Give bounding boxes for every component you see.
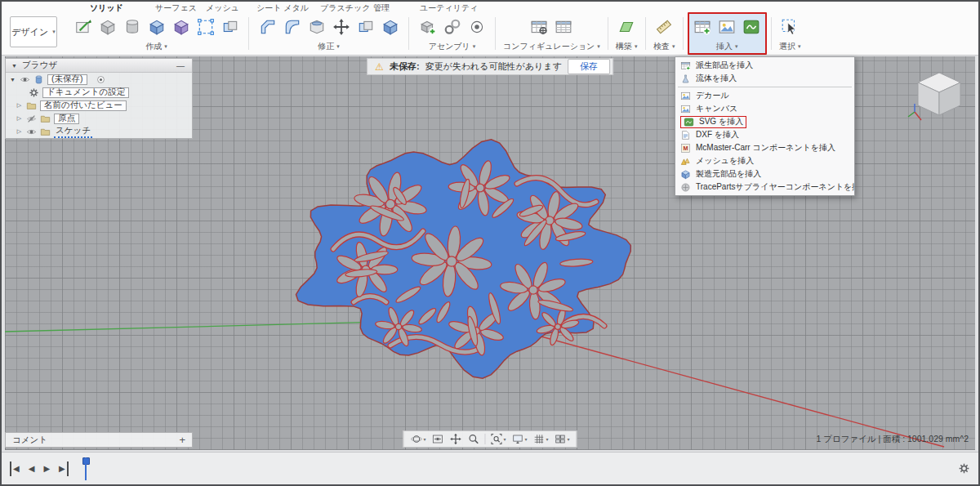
- derive-button[interactable]: [170, 16, 192, 38]
- chevron-down-icon: ▾: [798, 43, 801, 50]
- joint-button[interactable]: [441, 16, 463, 38]
- svg-sketch-flower[interactable]: [276, 127, 653, 390]
- toolbar-group-insert[interactable]: 挿入▾: [688, 12, 767, 55]
- browser-row-origin[interactable]: ▷ 原点: [6, 112, 192, 125]
- shell-icon: [308, 18, 326, 36]
- warning-icon: ⚠: [375, 61, 384, 73]
- joint-origin-button[interactable]: [466, 16, 488, 38]
- insert-svg-highlight-box: SVG を挿入: [680, 116, 746, 128]
- press-pull-button[interactable]: [256, 16, 278, 38]
- form-button[interactable]: [219, 16, 241, 38]
- step-back-button[interactable]: ◀: [26, 461, 38, 476]
- zoom-button[interactable]: [465, 431, 482, 447]
- activate-radio-icon[interactable]: [96, 74, 106, 85]
- menu-item-traceparts[interactable]: TracePartsサプライヤーコンポーネントを挿入します: [675, 181, 854, 194]
- fit-button[interactable]: ▾: [488, 431, 508, 447]
- menu-item-canvas[interactable]: キャンバス: [675, 102, 854, 115]
- viewports-button[interactable]: ▾: [552, 431, 572, 447]
- unsaved-message: 変更が失われる可能性があります: [425, 60, 562, 73]
- view-navigation-bar: ▾ ▾ ▾ ▾ ▾: [403, 430, 577, 448]
- insert-derive-button[interactable]: [692, 16, 714, 38]
- configuration-button[interactable]: [528, 16, 550, 38]
- visibility-eye-icon[interactable]: [20, 74, 30, 85]
- menu-item-insert-svg[interactable]: SVG を挿入: [675, 115, 854, 128]
- select-group-label[interactable]: 選択▾: [779, 41, 801, 52]
- document-settings-label[interactable]: ドキュメントの設定: [42, 87, 129, 98]
- assemble-group-label[interactable]: アセンブリ▾: [429, 41, 476, 52]
- add-comment-button[interactable]: +: [179, 434, 185, 446]
- browser-row-document-settings[interactable]: ドキュメントの設定: [6, 86, 192, 99]
- measure-button[interactable]: [653, 16, 675, 38]
- insert-group-label[interactable]: 挿入▾: [716, 41, 738, 52]
- go-to-end-button[interactable]: ▶: [56, 461, 69, 476]
- folder-icon: [26, 100, 37, 111]
- menu-item-mcmaster[interactable]: McMaster-Carr コンポーネントを挿入: [675, 141, 854, 154]
- construct-group-label[interactable]: 構築▾: [616, 41, 638, 52]
- primitive-box-button[interactable]: [96, 16, 118, 38]
- configuration-table-button[interactable]: [553, 16, 575, 38]
- modify-group-label[interactable]: 修正▾: [318, 41, 340, 52]
- go-to-start-button[interactable]: ◀: [10, 461, 22, 476]
- menu-item-vendor-part[interactable]: 製造元部品を挿入: [675, 167, 854, 181]
- visibility-eye-off-icon[interactable]: [26, 114, 37, 124]
- select-button[interactable]: [779, 16, 801, 38]
- create-group-label[interactable]: 作成▾: [145, 41, 167, 52]
- move-copy-button[interactable]: [330, 16, 352, 38]
- press-pull-icon: [259, 18, 277, 36]
- tree-collapsed-icon[interactable]: ▷: [16, 115, 23, 122]
- toolbar-group-create: 作成▾: [69, 12, 244, 55]
- origin-label[interactable]: 原点: [54, 114, 79, 124]
- extrude-button[interactable]: [145, 16, 167, 38]
- view-cube[interactable]: [906, 65, 970, 123]
- menu-item-insert-fluid[interactable]: 流体を挿入: [675, 72, 854, 85]
- navbar-divider: [484, 434, 485, 444]
- toolbar-group-select: 選択▾: [776, 12, 804, 55]
- named-views-label[interactable]: 名前の付いたビュー: [40, 100, 127, 111]
- shell-button[interactable]: [305, 16, 327, 38]
- pattern-button[interactable]: [194, 16, 216, 38]
- insert-canvas-button[interactable]: [716, 16, 738, 38]
- grid-settings-button[interactable]: ▾: [531, 431, 551, 447]
- plane-icon: [617, 18, 635, 36]
- menu-item-decal[interactable]: デカール: [675, 89, 854, 102]
- timeline-position-marker[interactable]: [82, 457, 94, 481]
- inspect-group-label[interactable]: 検査▾: [653, 41, 675, 52]
- visibility-eye-icon[interactable]: [26, 127, 37, 137]
- tree-collapsed-icon[interactable]: ▷: [16, 102, 23, 109]
- toolbar-divider: [495, 17, 496, 50]
- primitive-cylinder-button[interactable]: [121, 16, 143, 38]
- toolbar-divider: [608, 17, 608, 50]
- chevron-down-icon[interactable]: ▼: [11, 63, 18, 69]
- menu-item-insert-derive[interactable]: 派生部品を挿入: [675, 59, 854, 72]
- tree-expanded-icon[interactable]: ▼: [9, 77, 16, 82]
- look-at-button[interactable]: [429, 431, 446, 447]
- save-button[interactable]: 保存: [568, 59, 610, 74]
- configure-group-label[interactable]: コンフィギュレーション▾: [503, 41, 600, 52]
- browser-row-named-views[interactable]: ▷ 名前の付いたビュー: [6, 99, 192, 112]
- sketches-label[interactable]: スケッチ: [54, 125, 92, 138]
- fit-icon: [490, 433, 502, 445]
- insert-svg-button[interactable]: [741, 16, 763, 38]
- browser-row-sketches[interactable]: ▷ スケッチ: [6, 125, 192, 138]
- step-forward-button[interactable]: ▶: [41, 461, 52, 476]
- toolbar-group-inspect: 検査▾: [650, 12, 679, 55]
- physical-material-button[interactable]: [379, 16, 401, 38]
- pan-button[interactable]: [447, 431, 464, 447]
- collapse-panel-button[interactable]: —: [174, 61, 187, 70]
- menu-item-insert-dxf[interactable]: DXF を挿入: [675, 128, 854, 141]
- display-settings-button[interactable]: ▾: [509, 431, 529, 447]
- orbit-button[interactable]: ▾: [408, 431, 428, 447]
- create-sketch-button[interactable]: [72, 16, 94, 38]
- construction-plane-button[interactable]: [616, 16, 638, 38]
- document-name-label[interactable]: (未保存): [47, 74, 87, 85]
- tree-collapsed-icon[interactable]: ▷: [16, 128, 23, 135]
- fillet-button[interactable]: [281, 16, 303, 38]
- menu-item-insert-mesh[interactable]: メッシュを挿入: [675, 154, 854, 167]
- svg-file-icon: [742, 18, 760, 36]
- new-component-button[interactable]: [416, 16, 439, 38]
- cursor-select-icon: [781, 18, 799, 36]
- design-menu-button[interactable]: デザイン ▾: [10, 16, 57, 47]
- browser-row-document[interactable]: ▼ (未保存): [6, 73, 192, 86]
- combine-button[interactable]: [354, 16, 376, 38]
- timeline-settings-button[interactable]: [958, 462, 970, 475]
